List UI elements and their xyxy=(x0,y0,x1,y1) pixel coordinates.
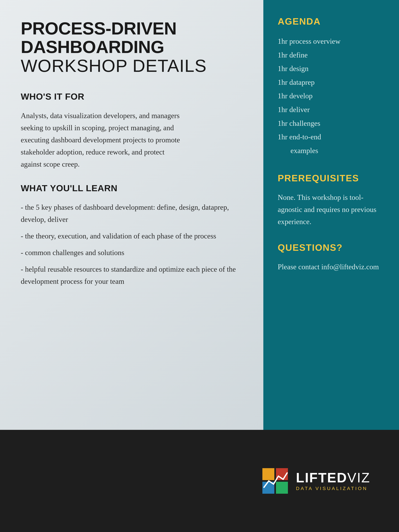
learn-items-list: - the 5 key phases of dashboard developm… xyxy=(21,201,243,287)
logo-name-viz: VIZ xyxy=(347,470,370,485)
learn-item: - the 5 key phases of dashboard developm… xyxy=(21,201,243,226)
title-block: PROCESS-DRIVEN DASHBOARDING WORKSHOP DET… xyxy=(21,19,243,75)
questions-text: Please contact info@liftedviz.com xyxy=(278,261,385,273)
agenda-item: 1hr define xyxy=(278,49,385,61)
left-panel: PROCESS-DRIVEN DASHBOARDING WORKSHOP DET… xyxy=(0,0,263,430)
svg-rect-0 xyxy=(262,468,274,480)
learn-item: - the theory, execution, and validation … xyxy=(21,230,243,242)
agenda-item: examples xyxy=(278,145,385,157)
agenda-item: 1hr develop xyxy=(278,90,385,102)
learn-item: - common challenges and solutions xyxy=(21,247,243,259)
whos-it-for-section: WHO'S IT FOR Analysts, data visualizatio… xyxy=(21,91,243,170)
agenda-item: 1hr design xyxy=(278,63,385,75)
prereq-text: None. This workshop is tool-agnostic and… xyxy=(278,191,385,228)
logo-icon xyxy=(262,468,288,494)
what-youll-learn-heading: WHAT YOU'LL LEARN xyxy=(21,183,243,193)
right-panel: AGENDA 1hr process overview1hr define1hr… xyxy=(263,0,399,430)
agenda-item: 1hr dataprep xyxy=(278,76,385,88)
logo-container: LIFTEDVIZ DATA VISUALIZATION xyxy=(262,468,370,494)
what-youll-learn-section: WHAT YOU'LL LEARN - the 5 key phases of … xyxy=(21,183,243,292)
agenda-list: 1hr process overview1hr define1hr design… xyxy=(278,35,385,158)
prereq-heading: PREREQUISITES xyxy=(278,173,385,184)
svg-rect-3 xyxy=(276,482,288,494)
footer: LIFTEDVIZ DATA VISUALIZATION xyxy=(0,430,399,532)
title-light: WORKSHOP DETAILS xyxy=(21,56,243,75)
logo-name-lifted: LIFTED xyxy=(296,470,347,485)
logo-text-block: LIFTEDVIZ DATA VISUALIZATION xyxy=(296,471,370,491)
agenda-item: 1hr process overview xyxy=(278,35,385,47)
whos-it-for-text: Analysts, data visualization developers,… xyxy=(21,110,180,170)
agenda-item: 1hr deliver xyxy=(278,104,385,115)
whos-it-for-heading: WHO'S IT FOR xyxy=(21,91,243,102)
title-bold: PROCESS-DRIVEN DASHBOARDING xyxy=(21,19,243,56)
agenda-heading: AGENDA xyxy=(278,16,385,27)
agenda-item: 1hr challenges xyxy=(278,117,385,129)
logo-tagline: DATA VISUALIZATION xyxy=(296,486,370,491)
questions-heading: QUESTIONS? xyxy=(278,242,385,253)
logo-name: LIFTEDVIZ xyxy=(296,471,370,484)
learn-item: - helpful reusable resources to standard… xyxy=(21,263,243,287)
agenda-item: 1hr end-to-end xyxy=(278,131,385,143)
